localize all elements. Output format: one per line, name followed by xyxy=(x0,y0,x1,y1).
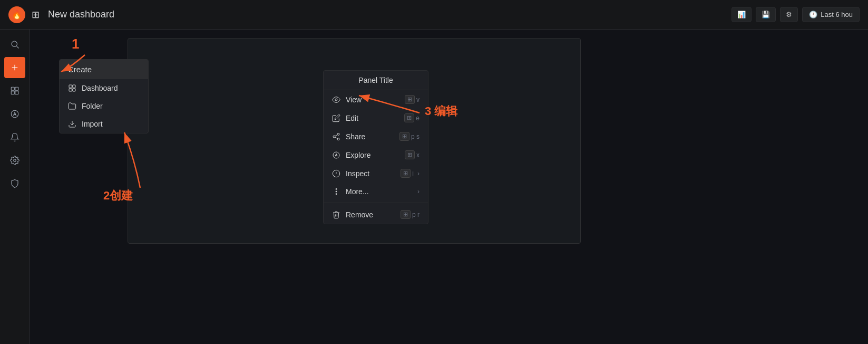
svg-rect-14 xyxy=(73,89,75,91)
context-item-more[interactable]: More... › xyxy=(324,183,428,200)
sidebar xyxy=(0,30,30,344)
svg-point-10 xyxy=(13,159,16,162)
svg-line-21 xyxy=(335,135,338,136)
context-item-view[interactable]: View ⊞ v xyxy=(324,90,428,109)
context-item-remove[interactable]: Remove ⊞ p r xyxy=(324,205,428,224)
edit-icon xyxy=(332,114,340,122)
svg-point-27 xyxy=(336,188,337,189)
remove-label: Remove xyxy=(346,211,395,219)
sidebar-item-create[interactable] xyxy=(4,57,25,78)
sidebar-item-configuration[interactable] xyxy=(4,150,25,171)
svg-point-28 xyxy=(336,191,337,192)
folder-icon xyxy=(68,102,76,110)
svg-point-0 xyxy=(12,41,17,47)
dashboard-grid-icon: ⊞ xyxy=(32,9,40,21)
edit-label: Edit xyxy=(346,114,399,122)
svg-point-17 xyxy=(337,133,339,135)
sidebar-item-search[interactable] xyxy=(4,34,25,55)
svg-point-22 xyxy=(333,152,339,158)
svg-rect-13 xyxy=(69,89,72,91)
explore-shortcut: ⊞ x xyxy=(405,150,420,159)
svg-rect-5 xyxy=(15,87,18,90)
settings-button[interactable]: ⚙ xyxy=(780,7,798,22)
save-icon: 💾 xyxy=(762,11,770,18)
svg-marker-9 xyxy=(13,112,16,115)
settings-icon: ⚙ xyxy=(786,11,792,18)
trash-icon xyxy=(332,211,340,219)
shield-icon xyxy=(10,179,19,188)
time-range-button[interactable]: 🕐 Last 6 hou xyxy=(802,7,860,22)
context-item-share[interactable]: Share ⊞ p s xyxy=(324,127,428,146)
svg-rect-12 xyxy=(73,85,75,88)
sidebar-item-alerting[interactable] xyxy=(4,127,25,148)
search-icon xyxy=(10,40,19,49)
sidebar-item-shield[interactable] xyxy=(4,173,25,194)
grafana-logo[interactable]: 🔥 xyxy=(8,6,25,23)
edit-shortcut: ⊞ e xyxy=(404,113,420,122)
create-dashboard-label: Dashboard xyxy=(82,84,118,92)
inspect-shortcut: ⊞ i › xyxy=(401,169,420,178)
remove-shortcut: ⊞ p r xyxy=(401,210,420,219)
svg-rect-6 xyxy=(11,91,14,94)
context-item-inspect[interactable]: Inspect ⊞ i › xyxy=(324,164,428,183)
content-area: Create Dashboard Folder Import Panel Tit… xyxy=(30,30,868,344)
svg-marker-23 xyxy=(335,154,337,156)
create-import-item[interactable]: Import xyxy=(60,115,148,133)
context-menu-title: Panel Title xyxy=(324,71,428,90)
bell-icon xyxy=(10,132,19,142)
dashboards-icon xyxy=(10,86,19,95)
context-divider xyxy=(324,203,428,203)
share-shortcut: ⊞ p s xyxy=(399,132,420,141)
plus-icon xyxy=(10,63,19,72)
annotation-1: 1 xyxy=(72,36,79,52)
create-folder-label: Folder xyxy=(82,102,103,110)
create-dropdown: Create Dashboard Folder Import xyxy=(59,59,149,133)
logo-area: 🔥 ⊞ New dashboard xyxy=(8,6,732,23)
share-label: Share xyxy=(346,132,394,141)
context-menu: Panel Title View ⊞ v Edit ⊞ e xyxy=(323,70,428,224)
time-range-label: Last 6 hou xyxy=(821,11,853,18)
top-header: 🔥 ⊞ New dashboard 📊 💾 ⚙ 🕐 Last 6 hou xyxy=(0,0,868,30)
share-icon xyxy=(332,132,340,141)
svg-rect-11 xyxy=(69,85,72,88)
svg-point-16 xyxy=(335,99,337,101)
view-label: View xyxy=(346,95,399,104)
main-layout: Create Dashboard Folder Import Panel Tit… xyxy=(0,30,868,344)
svg-point-8 xyxy=(11,110,18,118)
create-folder-item[interactable]: Folder xyxy=(60,97,148,115)
more-label: More... xyxy=(346,187,410,196)
explore-context-icon xyxy=(332,151,340,159)
svg-line-1 xyxy=(16,46,18,48)
view-shortcut: ⊞ v xyxy=(405,95,420,104)
page-title: New dashboard xyxy=(48,9,114,20)
svg-point-19 xyxy=(337,138,339,140)
dashboard-icon xyxy=(68,84,76,92)
create-dropdown-header: Create xyxy=(60,60,148,79)
explore-icon xyxy=(10,109,19,119)
import-icon xyxy=(68,120,76,128)
header-actions: 📊 💾 ⚙ 🕐 Last 6 hou xyxy=(732,7,860,22)
create-dashboard-item[interactable]: Dashboard xyxy=(60,79,148,97)
context-item-explore[interactable]: Explore ⊞ x xyxy=(324,146,428,164)
clock-icon: 🕐 xyxy=(809,11,817,18)
gear-icon xyxy=(10,156,19,165)
save-button[interactable]: 💾 xyxy=(756,7,776,22)
create-import-label: Import xyxy=(82,120,103,128)
sidebar-item-explore[interactable] xyxy=(4,103,25,125)
inspect-icon xyxy=(332,169,340,178)
panel-container: Panel Title View ⊞ v Edit ⊞ e xyxy=(128,38,581,244)
eye-icon xyxy=(332,95,340,104)
sidebar-item-dashboards[interactable] xyxy=(4,80,25,101)
more-shortcut: › xyxy=(415,188,420,195)
svg-line-20 xyxy=(335,137,338,139)
svg-rect-4 xyxy=(11,87,14,90)
add-panel-icon: 📊 xyxy=(737,11,746,18)
inspect-label: Inspect xyxy=(346,169,395,178)
svg-point-29 xyxy=(336,194,337,195)
add-panel-button[interactable]: 📊 xyxy=(732,7,752,22)
svg-rect-7 xyxy=(15,91,18,94)
explore-label: Explore xyxy=(346,151,399,159)
more-icon xyxy=(332,187,340,196)
svg-point-18 xyxy=(333,136,335,138)
context-item-edit[interactable]: Edit ⊞ e xyxy=(324,109,428,127)
